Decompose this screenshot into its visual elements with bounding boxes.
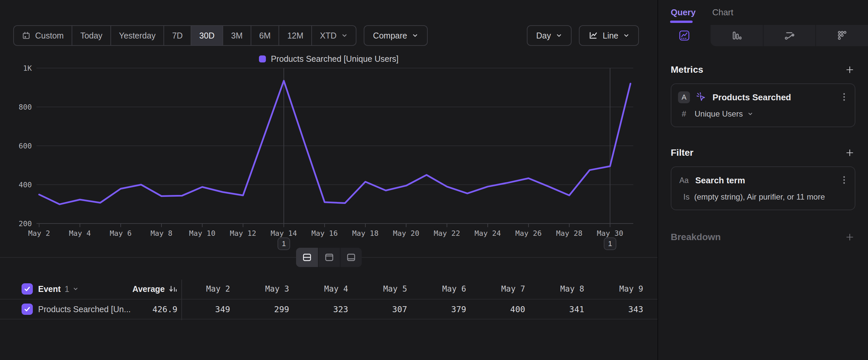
tab-query[interactable]: Query [671,0,695,25]
column-header[interactable]: May 8 [536,284,595,294]
column-header[interactable]: May 9 [595,284,654,294]
plus-icon [845,232,855,242]
report-type-tabs [658,25,868,46]
y-tick-label: 600 [19,142,32,150]
date-range-xtd[interactable]: XTD [312,26,356,45]
metrics-title: Metrics [671,64,703,75]
date-range-12m[interactable]: 12M [279,26,312,45]
y-tick-label: 400 [19,181,32,189]
y-tick-label: 800 [19,103,32,111]
date-range-label: Custom [35,31,64,40]
filter-menu-button[interactable] [841,175,847,186]
date-range-30d[interactable]: 30D [191,26,223,45]
chart-type-button[interactable]: Line [579,25,639,46]
filter-title: Filter [671,147,693,158]
x-tick-label: May 4 [69,229,91,238]
metric-name[interactable]: Products Searched [713,92,836,103]
add-metric-button[interactable] [844,64,856,75]
annotation-count: 1 [282,240,286,248]
date-range-custom[interactable]: Custom [14,26,72,45]
layout-table-bottom-button[interactable] [340,248,362,267]
tab-flows[interactable] [763,25,815,46]
filter-value[interactable]: (empty string), Air purifier, or 11 more [694,192,825,201]
check-icon [23,285,31,293]
row-checkbox[interactable] [22,304,33,315]
compare-button[interactable]: Compare [364,25,428,46]
column-header[interactable]: May 4 [300,284,359,294]
cell-value: 323 [300,305,359,314]
breakdown-table: Event 1 Average May 2 May 3 May 4 May 5 … [0,279,657,320]
column-header[interactable]: May 2 [182,284,241,294]
column-header[interactable]: May 3 [241,284,300,294]
chevron-down-icon [623,32,630,39]
filter-operator[interactable]: Is [678,192,690,201]
cell-value: 349 [182,305,241,314]
table-column-divider [181,280,182,320]
filter-property-name[interactable]: Search term [695,175,836,186]
layout-table-top-button[interactable] [318,248,340,267]
x-tick-label: May 30 [597,229,623,238]
legend-label: Products Searched [Unique Users] [271,54,399,64]
metric-card[interactable]: A Products Searched # Unique Users [671,83,856,127]
row-label[interactable]: Products Searched [Un... [38,305,131,314]
x-tick-label: May 6 [110,229,132,238]
column-header[interactable]: May 6 [418,284,477,294]
chevron-down-icon [341,32,348,39]
check-icon [23,305,31,313]
filter-card[interactable]: Aa Search term Is (empty string), Air pu… [671,166,856,210]
chevron-down-icon [412,32,418,39]
date-range-control: Custom Today Yesterday 7D 30D 3M 6M 12M … [13,25,356,46]
event-header[interactable]: Event 1 [38,284,127,294]
x-tick-label: May 28 [556,229,582,238]
chevron-down-icon [747,111,753,117]
add-breakdown-button[interactable] [844,231,856,243]
select-all-checkbox[interactable] [22,283,33,295]
layout-split-button[interactable] [296,248,318,267]
flows-icon [783,29,796,42]
bar-chart-icon [731,29,743,42]
chevron-down-icon [72,286,79,292]
measure-selector[interactable]: Unique Users [694,109,743,118]
panel-tabs: Query Chart [658,0,868,25]
date-range-6m[interactable]: 6M [251,26,279,45]
table-row: Products Searched [Un... 426.9 349 299 3… [0,300,657,320]
plus-icon [845,65,855,75]
x-tick-label: May 2 [28,229,50,238]
chart-line[interactable] [39,81,630,204]
average-column-header[interactable]: Average [132,284,177,294]
date-range-today[interactable]: Today [72,26,111,45]
cell-value: 341 [536,305,595,314]
breakdown-title: Breakdown [671,232,721,243]
retention-dots-icon [836,29,848,42]
date-range-yesterday[interactable]: Yesterday [111,26,164,45]
calendar-icon [22,31,31,40]
row-average: 426.9 [153,305,177,314]
event-click-icon [695,91,707,103]
split-horizontal-icon [302,252,312,263]
x-tick-label: May 10 [189,229,215,238]
insights-icon [678,29,691,42]
chart-legend[interactable]: Products Searched [Unique Users] [0,54,657,64]
x-tick-label: May 8 [151,229,173,238]
line-chart-icon [588,31,598,40]
granularity-button[interactable]: Day [527,25,571,46]
metrics-section-header: Metrics [671,64,856,75]
date-range-7d[interactable]: 7D [164,26,191,45]
x-tick-label: May 24 [474,229,501,238]
string-property-icon: Aa [678,174,690,186]
add-filter-button[interactable] [844,147,856,159]
metric-menu-button[interactable] [841,92,847,103]
cell-value: 299 [241,305,300,314]
tab-insights[interactable] [658,25,711,46]
measure-prefix: # [678,109,690,118]
column-header[interactable]: May 5 [359,284,418,294]
tab-retention[interactable] [815,25,868,46]
column-header[interactable]: May 7 [477,284,536,294]
tab-bar-breakdown[interactable] [711,25,763,46]
date-range-3m[interactable]: 3M [223,26,251,45]
x-tick-label: May 18 [352,229,378,238]
x-tick-label: May 12 [230,229,256,238]
tab-chart[interactable]: Chart [712,0,734,25]
filter-section-header: Filter [671,147,856,159]
query-panel: Query Chart Metrics [657,0,868,360]
